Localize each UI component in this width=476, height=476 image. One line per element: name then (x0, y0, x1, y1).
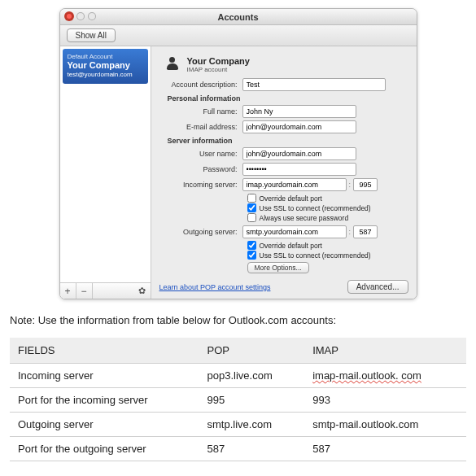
incoming-port-field[interactable] (353, 178, 378, 191)
table-row: Outgoing serversmtp.live.comsmtp-mail.ou… (10, 413, 466, 437)
default-account-label: Default Account (68, 53, 143, 60)
outgoing-ssl-label: Use SSL to connect (recommended) (260, 251, 371, 260)
fullname-field[interactable] (242, 105, 356, 118)
label-incoming: Incoming server: (159, 181, 242, 189)
incoming-securepass-checkbox[interactable] (247, 213, 256, 222)
cell-pop: pop3.live.com (199, 364, 305, 388)
description-field[interactable] (242, 78, 386, 91)
outgoing-port-field[interactable] (353, 225, 378, 238)
label-outgoing: Outgoing server: (159, 228, 242, 236)
incoming-securepass-label: Always use secure password (260, 214, 349, 222)
gear-icon[interactable]: ✿ (138, 286, 146, 296)
server-info-table: FIELDS POP IMAP Incoming serverpop3.live… (10, 338, 466, 461)
th-fields: FIELDS (10, 338, 199, 364)
incoming-override-port-checkbox[interactable] (247, 194, 256, 203)
label-description: Account description: (159, 81, 242, 89)
label-email: E-mail address: (159, 123, 242, 131)
incoming-ssl-label: Use SSL to connect (recommended) (260, 204, 371, 212)
show-all-button[interactable]: Show All (67, 28, 116, 42)
minimize-icon[interactable] (76, 12, 85, 20)
close-icon[interactable] (65, 12, 73, 20)
section-personal: Personal information (159, 94, 408, 103)
titlebar: Accounts (60, 9, 417, 25)
cell-imap: 993 (304, 388, 466, 413)
note-text: Note: Use the information from table bel… (10, 314, 466, 326)
accounts-sidebar: Default Account Your Company test@yourdo… (60, 46, 151, 299)
section-server: Server information (159, 137, 408, 145)
cell-pop: 995 (199, 388, 305, 413)
cell-imap: smtp-mail.outlook.com (304, 413, 466, 437)
email-field[interactable] (242, 120, 356, 133)
account-name: Your Company (187, 56, 250, 66)
avatar-icon (164, 57, 181, 73)
window-title: Accounts (60, 9, 417, 25)
cell-imap: 587 (304, 437, 466, 461)
cell-imap: imap-mail.outlook. com (304, 364, 466, 388)
cell-field: Incoming server (10, 364, 199, 388)
toolbar: Show All (60, 25, 417, 46)
incoming-override-label: Override default port (260, 194, 322, 203)
label-username: User name: (159, 150, 242, 158)
outgoing-override-port-checkbox[interactable] (247, 241, 256, 250)
outgoing-server-field[interactable] (242, 225, 347, 238)
more-options-button[interactable]: More Options... (247, 262, 309, 273)
account-header: Your Company IMAP account (159, 53, 408, 78)
sidebar-footer: + − ✿ (60, 282, 151, 299)
sidebar-account-email: test@yourdomain.com (68, 71, 143, 78)
table-row: Incoming serverpop3.live.comimap-mail.ou… (10, 364, 466, 388)
table-row: Port for the outgoing server587587 (10, 437, 466, 461)
label-password: Password: (159, 165, 242, 173)
remove-account-button[interactable]: − (76, 283, 93, 299)
incoming-ssl-checkbox[interactable] (247, 203, 256, 212)
username-field[interactable] (242, 147, 356, 160)
cell-field: Port for the incoming server (10, 388, 199, 413)
account-type: IMAP account (187, 66, 250, 73)
outgoing-override-label: Override default port (260, 242, 322, 250)
label-fullname: Full name: (159, 107, 242, 116)
accounts-window: Accounts Show All Default Account Your C… (59, 8, 417, 299)
cell-pop: 587 (199, 437, 305, 461)
table-row: Port for the incoming server995993 (10, 388, 466, 413)
outgoing-ssl-checkbox[interactable] (247, 251, 256, 260)
zoom-icon[interactable] (88, 12, 96, 20)
account-form: Your Company IMAP account Account descri… (151, 46, 417, 299)
learn-pop-link[interactable]: Learn about POP account settings (159, 283, 271, 291)
cell-pop: smtp.live.com (199, 413, 305, 437)
sidebar-account-name: Your Company (68, 60, 143, 71)
advanced-button[interactable]: Advanced... (347, 280, 408, 294)
th-imap: IMAP (304, 338, 466, 364)
traffic-lights (65, 12, 96, 20)
cell-field: Port for the outgoing server (10, 437, 199, 461)
incoming-server-field[interactable] (242, 178, 347, 191)
add-account-button[interactable]: + (60, 283, 76, 299)
th-pop: POP (199, 338, 305, 364)
sidebar-account-card[interactable]: Default Account Your Company test@yourdo… (63, 49, 148, 84)
cell-field: Outgoing server (10, 413, 199, 437)
password-field[interactable] (242, 163, 356, 176)
